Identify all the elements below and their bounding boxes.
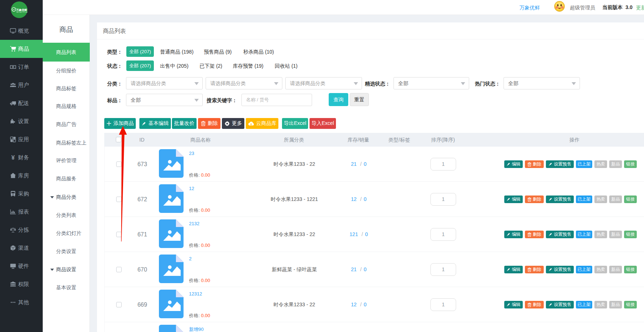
svg-text:万象优鲜: 万象优鲜 [16,8,27,12]
svg-text:WAN XIANG YOU XIAN: WAN XIANG YOU XIAN [16,12,28,13]
svg-text:¥: ¥ [11,154,15,161]
